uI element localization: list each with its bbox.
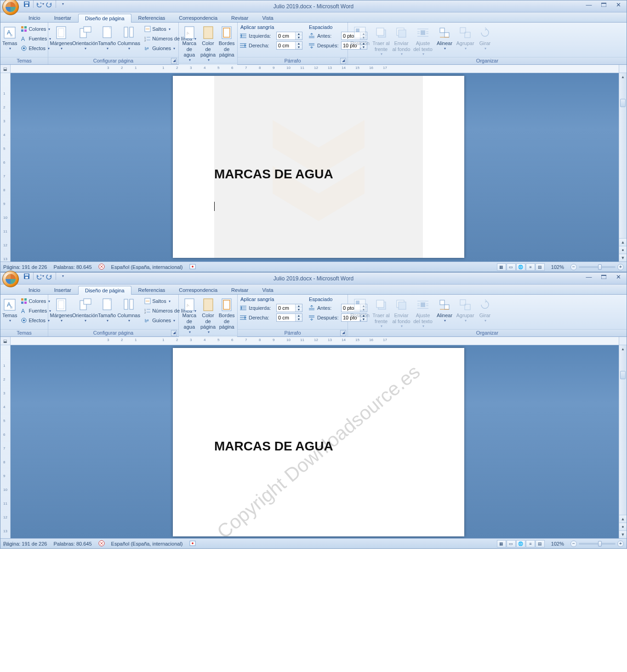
zoom-level[interactable]: 102% (551, 541, 564, 547)
tab-revisar[interactable]: Revisar (224, 13, 255, 22)
margenes-button[interactable]: Márgenes▾ (50, 296, 72, 324)
web-view-icon[interactable]: 🌐 (516, 263, 525, 271)
configurar-dialog-launcher[interactable]: ◢ (171, 330, 177, 336)
prev-page-icon[interactable]: ▲ (619, 238, 627, 246)
zoom-out-icon[interactable]: − (570, 264, 577, 270)
print-layout-view-icon[interactable]: ▦ (497, 540, 506, 547)
bordes-pagina-button[interactable]: Bordes de página (218, 296, 235, 331)
proofing-icon[interactable] (98, 263, 105, 271)
alinear-button[interactable]: Alinear▾ (435, 296, 454, 324)
tab-referencias[interactable]: Referencias (131, 285, 172, 294)
web-view-icon[interactable]: 🌐 (516, 540, 525, 547)
document-canvas[interactable]: MARCAS DE AGUA (11, 73, 627, 262)
alinear-button[interactable]: Alinear▾ (435, 24, 454, 51)
orientacion-button[interactable]: Orientación▾ (74, 24, 96, 51)
parrafo-dialog-launcher[interactable]: ◢ (340, 58, 346, 64)
configurar-dialog-launcher[interactable]: ◢ (171, 58, 177, 64)
qat-customize-icon[interactable]: ▾ (58, 0, 67, 8)
status-words[interactable]: Palabras: 80.645 (53, 541, 91, 547)
office-button[interactable] (2, 271, 19, 287)
proofing-icon[interactable] (98, 540, 105, 547)
outline-view-icon[interactable]: ≡ (526, 540, 535, 547)
undo-icon[interactable]: ▾ (36, 0, 44, 8)
office-button[interactable] (2, 0, 19, 15)
tab-dise-o-de-p-gina[interactable]: Diseño de página (78, 286, 131, 295)
ruler-corner[interactable]: ⬓ (0, 337, 11, 345)
minimize-button[interactable]: — (582, 0, 595, 9)
ruler-toggle[interactable] (619, 65, 627, 73)
browse-object-icon[interactable]: ● (619, 523, 627, 530)
sangria-izquierda-input[interactable]: ▲▼ (276, 32, 302, 40)
prev-page-icon[interactable]: ▲ (619, 515, 627, 523)
scroll-thumb[interactable] (620, 371, 626, 379)
vertical-ruler[interactable]: 1234567891011121314 (0, 345, 11, 538)
redo-icon[interactable] (45, 0, 53, 8)
tab-correspondencia[interactable]: Correspondencia (172, 285, 224, 294)
undo-icon[interactable]: ▾ (36, 272, 44, 280)
maximize-button[interactable] (597, 273, 610, 281)
zoom-slider[interactable]: − + (570, 264, 624, 270)
fullscreen-view-icon[interactable]: ▭ (507, 540, 516, 547)
parrafo-dialog-launcher[interactable]: ◢ (340, 330, 346, 336)
save-icon[interactable] (23, 272, 31, 280)
columnas-button[interactable]: Columnas▾ (118, 296, 140, 324)
ruler-corner[interactable]: ⬓ (0, 65, 11, 73)
bordes-pagina-button[interactable]: Bordes de página (218, 24, 235, 59)
marca-agua-button[interactable]: AMarca de agua▾ (181, 24, 198, 63)
maximize-button[interactable] (597, 0, 610, 9)
browse-object-icon[interactable]: ● (619, 246, 627, 254)
tab-vista[interactable]: Vista (255, 285, 280, 294)
tab-insertar[interactable]: Insertar (47, 285, 78, 294)
horizontal-ruler[interactable]: 3211234567891011121314151617 (11, 337, 619, 345)
tab-correspondencia[interactable]: Correspondencia (172, 13, 224, 22)
scroll-up-icon[interactable]: ▲ (619, 73, 627, 81)
save-icon[interactable] (23, 0, 31, 8)
tab-vista[interactable]: Vista (255, 13, 280, 22)
columnas-button[interactable]: Columnas▾ (118, 24, 140, 51)
outline-view-icon[interactable]: ≡ (526, 263, 535, 271)
sangria-derecha-input[interactable]: ▲▼ (276, 313, 302, 322)
tab-inicio[interactable]: Inicio (22, 285, 47, 294)
document-canvas[interactable]: Copyright Downloadsource.esMARCAS DE AGU… (11, 345, 627, 538)
orientacion-button[interactable]: Orientación▾ (74, 296, 96, 324)
marca-agua-button[interactable]: AMarca de agua▾ (181, 296, 198, 335)
tab-referencias[interactable]: Referencias (131, 13, 172, 22)
status-language[interactable]: Español (España, internacional) (111, 541, 183, 547)
scroll-thumb[interactable] (620, 99, 626, 107)
print-layout-view-icon[interactable]: ▦ (497, 263, 506, 271)
tamano-button[interactable]: Tamaño▾ (98, 24, 116, 51)
draft-view-icon[interactable]: ▤ (536, 540, 545, 547)
scroll-up-icon[interactable]: ▲ (619, 345, 627, 353)
next-page-icon[interactable]: ▼ (619, 254, 627, 262)
macro-record-icon[interactable] (189, 540, 196, 547)
zoom-out-icon[interactable]: − (570, 541, 577, 547)
close-button[interactable]: ✕ (612, 273, 625, 281)
sangria-izquierda-input[interactable]: ▲▼ (276, 304, 302, 312)
sangria-derecha-input[interactable]: ▲▼ (276, 41, 302, 50)
tab-insertar[interactable]: Insertar (47, 13, 78, 22)
temas-button[interactable]: Aa Temas▾ (2, 296, 17, 324)
status-page[interactable]: Página: 191 de 226 (3, 264, 47, 270)
horizontal-ruler[interactable]: 3211234567891011121314151617 (11, 65, 619, 73)
zoom-in-icon[interactable]: + (617, 264, 624, 270)
tab-inicio[interactable]: Inicio (22, 13, 47, 22)
zoom-level[interactable]: 102% (551, 264, 564, 270)
color-pagina-button[interactable]: Color de página▾ (200, 296, 217, 335)
tab-revisar[interactable]: Revisar (224, 285, 255, 294)
draft-view-icon[interactable]: ▤ (536, 263, 545, 271)
status-page[interactable]: Página: 191 de 226 (3, 541, 47, 547)
tamano-button[interactable]: Tamaño▾ (98, 296, 116, 324)
zoom-slider[interactable]: − + (570, 541, 624, 547)
margenes-button[interactable]: Márgenes▾ (50, 24, 72, 51)
color-pagina-button[interactable]: Color de página▾ (200, 24, 217, 63)
minimize-button[interactable]: — (582, 273, 595, 281)
zoom-in-icon[interactable]: + (617, 541, 624, 547)
status-words[interactable]: Palabras: 80.645 (53, 264, 91, 270)
close-button[interactable]: ✕ (612, 0, 625, 9)
vertical-scrollbar[interactable]: ▲ ▲ ● ▼ (619, 345, 627, 538)
next-page-icon[interactable]: ▼ (619, 530, 627, 538)
redo-icon[interactable] (45, 272, 53, 280)
ruler-toggle[interactable] (619, 337, 627, 345)
qat-customize-icon[interactable]: ▾ (58, 272, 67, 280)
fullscreen-view-icon[interactable]: ▭ (507, 263, 516, 271)
